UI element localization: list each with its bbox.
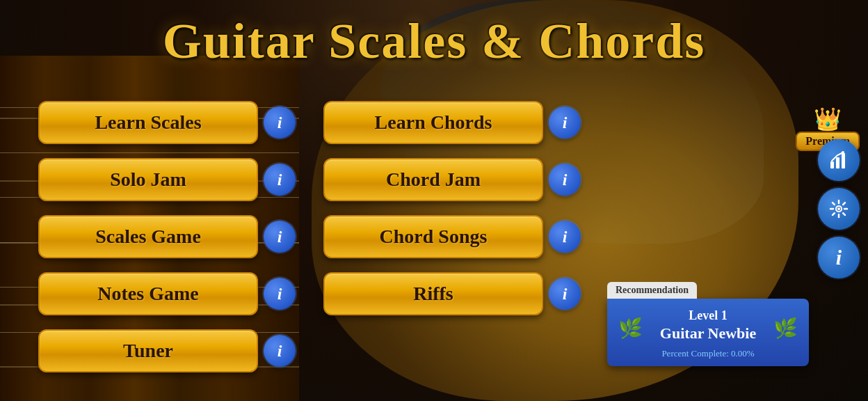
- main-menu: Learn Scales i Learn Chords i Solo Jam i…: [38, 97, 581, 376]
- notes-game-info-btn[interactable]: i: [264, 278, 296, 310]
- rec-badges-row: 🌿 Level 1 Guitar Newbie 🌿: [618, 308, 798, 348]
- solo-jam-btn[interactable]: Solo Jam i: [38, 155, 296, 205]
- tuner-label[interactable]: Tuner: [38, 329, 258, 372]
- stats-button[interactable]: [818, 139, 860, 181]
- chord-jam-label[interactable]: Chord Jam: [323, 158, 543, 201]
- rec-title: Guitar Newbie: [660, 324, 756, 343]
- info-side-icon: i: [836, 246, 842, 269]
- learn-scales-label[interactable]: Learn Scales: [38, 101, 258, 144]
- recommendation-card: Recommendation 🌿 Level 1 Guitar Newbie 🌿…: [607, 282, 809, 366]
- chord-songs-label[interactable]: Chord Songs: [323, 215, 543, 258]
- right-panel: i: [818, 139, 860, 278]
- svg-point-3: [842, 151, 844, 154]
- notes-game-label[interactable]: Notes Game: [38, 272, 258, 315]
- learn-chords-btn[interactable]: Learn Chords i: [323, 97, 581, 148]
- chord-jam-info-btn[interactable]: i: [549, 164, 581, 196]
- settings-button[interactable]: [818, 188, 860, 230]
- gear-icon: [828, 198, 850, 220]
- solo-jam-label[interactable]: Solo Jam: [38, 158, 258, 201]
- recommendation-body: 🌿 Level 1 Guitar Newbie 🌿 Percent Comple…: [607, 299, 809, 366]
- rec-percent: Percent Complete: 0.00%: [618, 348, 798, 359]
- chord-jam-btn[interactable]: Chord Jam i: [323, 155, 581, 205]
- rec-percent-value: 0.00%: [731, 348, 755, 359]
- rec-percent-label: Percent Complete:: [661, 348, 728, 359]
- tuner-info-btn[interactable]: i: [264, 335, 296, 367]
- info-side-button[interactable]: i: [818, 237, 860, 278]
- chart-icon: [828, 149, 850, 171]
- crown-icon: 👑: [814, 108, 842, 130]
- scales-game-label[interactable]: Scales Game: [38, 215, 258, 258]
- rec-level: Level 1: [660, 308, 756, 323]
- learn-chords-info-btn[interactable]: i: [549, 107, 581, 139]
- riffs-btn[interactable]: Riffs i: [323, 269, 581, 319]
- tuner-btn[interactable]: Tuner i: [38, 326, 296, 376]
- laurel-right-icon: 🌿: [773, 317, 798, 340]
- riffs-info-btn[interactable]: i: [549, 278, 581, 310]
- chord-songs-btn[interactable]: Chord Songs i: [323, 212, 581, 262]
- solo-jam-info-btn[interactable]: i: [264, 164, 296, 196]
- svg-rect-2: [842, 153, 845, 168]
- chord-songs-info-btn[interactable]: i: [549, 221, 581, 253]
- recommendation-label: Recommendation: [607, 282, 697, 299]
- learn-chords-label[interactable]: Learn Chords: [323, 101, 543, 144]
- notes-game-btn[interactable]: Notes Game i: [38, 269, 296, 319]
- rec-text: Level 1 Guitar Newbie: [660, 308, 756, 348]
- riffs-label[interactable]: Riffs: [323, 272, 543, 315]
- svg-rect-0: [830, 162, 834, 168]
- laurel-left-icon: 🌿: [618, 317, 643, 340]
- svg-rect-1: [836, 157, 839, 168]
- app-title: Guitar Scales & Chords: [0, 13, 868, 70]
- scales-game-info-btn[interactable]: i: [264, 221, 296, 253]
- svg-point-7: [837, 207, 840, 210]
- scales-game-btn[interactable]: Scales Game i: [38, 212, 296, 262]
- empty-cell: [323, 326, 581, 376]
- learn-scales-info-btn[interactable]: i: [264, 107, 296, 139]
- learn-scales-btn[interactable]: Learn Scales i: [38, 97, 296, 148]
